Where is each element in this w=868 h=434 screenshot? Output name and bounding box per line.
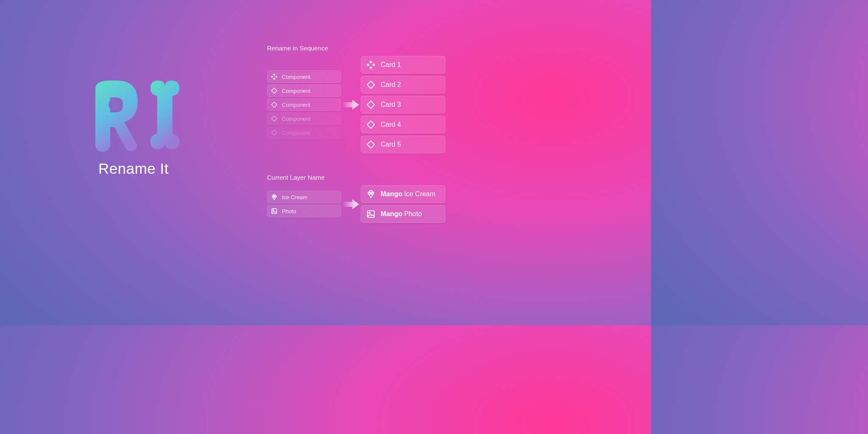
image-icon [271, 208, 278, 214]
layer-prefix: Mango [381, 210, 403, 217]
arrow-icon [342, 198, 359, 211]
component-outline-icon [271, 129, 278, 136]
layer-row[interactable]: Card 2 [361, 76, 445, 94]
component-outline-icon [271, 87, 278, 94]
layer-label: Component [282, 116, 310, 122]
ice-cream-icon [366, 189, 376, 199]
image-icon [366, 209, 376, 219]
component-outline-icon [271, 101, 278, 108]
layer-row[interactable]: Card 4 [361, 116, 445, 134]
layer-label: MangoIce Cream [381, 190, 435, 198]
current-right-column: MangoIce Cream MangoPhoto [361, 185, 445, 223]
layer-label: Card 4 [381, 121, 401, 128]
layer-label: Component [282, 88, 310, 94]
logo-block: Rename It [87, 81, 180, 177]
panel-rename-sequence: Rename in Sequence Component Component C… [267, 45, 445, 153]
layer-label: Card 1 [381, 61, 401, 69]
layer-row[interactable]: Component [267, 126, 341, 139]
layer-row[interactable]: Component [267, 98, 341, 111]
layer-label: Card 5 [381, 141, 401, 148]
current-left-column: Ice Cream Photo [267, 191, 341, 217]
layer-prefix: Mango [381, 190, 403, 198]
layer-label: Component [282, 74, 310, 80]
layer-label: MangoPhoto [381, 210, 422, 218]
layer-label: Card 3 [381, 101, 401, 108]
sequence-left-column: Component Component Component Component … [267, 70, 341, 139]
panel-title-current: Current Layer Name [267, 174, 445, 181]
sequence-right-column: Card 1 Card 2 Card 3 Card 4 Card 5 [361, 56, 445, 153]
svg-point-11 [108, 98, 121, 111]
component-outline-icon [366, 120, 376, 129]
layer-label: Component [282, 102, 310, 108]
layer-row[interactable]: Component [267, 70, 341, 83]
layer-row[interactable]: Ice Cream [267, 191, 341, 203]
component-outline-icon [366, 140, 376, 149]
layer-row[interactable]: Component [267, 112, 341, 125]
panel-current-layer: Current Layer Name Ice Cream Photo Mango… [267, 174, 445, 223]
layer-row[interactable]: MangoIce Cream [361, 185, 445, 203]
component-filled-icon [271, 73, 278, 80]
layer-row[interactable]: Card 1 [361, 56, 445, 74]
layer-row[interactable]: Card 3 [361, 96, 445, 114]
layer-row[interactable]: Component [267, 84, 341, 97]
layer-label: Ice Cream [282, 194, 307, 200]
svg-marker-13 [342, 199, 359, 209]
component-outline-icon [366, 80, 376, 89]
app-logo [87, 81, 180, 153]
svg-marker-12 [342, 100, 359, 110]
app-title: Rename It [98, 160, 169, 177]
layer-label: Photo [282, 208, 296, 214]
layer-row[interactable]: Card 5 [361, 136, 445, 153]
layer-label: Component [282, 130, 310, 136]
component-outline-icon [271, 115, 278, 122]
layer-row[interactable]: MangoPhoto [361, 205, 445, 223]
arrow-icon [342, 98, 359, 111]
component-outline-icon [366, 100, 376, 109]
layer-row[interactable]: Photo [267, 205, 341, 217]
component-filled-icon [366, 60, 376, 70]
panel-title-sequence: Rename in Sequence [267, 45, 445, 52]
layer-label: Card 2 [381, 81, 401, 89]
ice-cream-icon [271, 194, 278, 200]
